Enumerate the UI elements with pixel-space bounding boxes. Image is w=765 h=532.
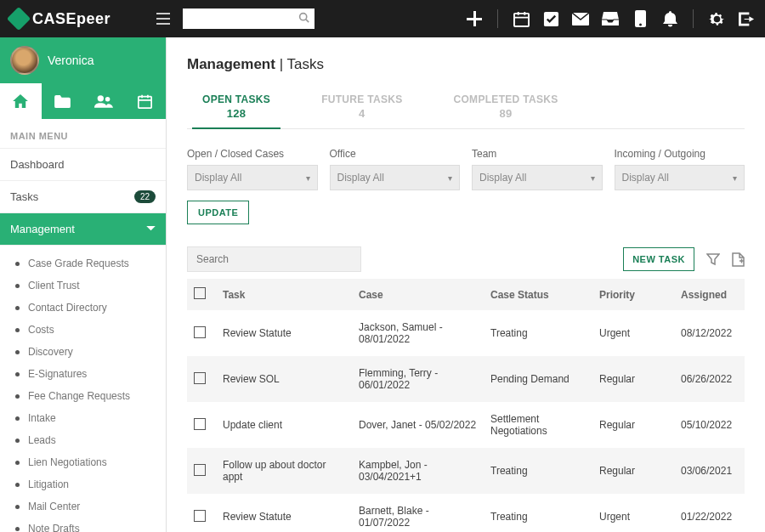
bullet-icon: [15, 439, 20, 443]
row-checkbox[interactable]: [194, 464, 206, 476]
logout-icon[interactable]: [738, 10, 755, 27]
gear-icon[interactable]: [708, 10, 725, 27]
avatar: [10, 46, 39, 75]
col-status[interactable]: Case Status: [484, 279, 592, 310]
table-row[interactable]: Follow up about doctor apptKampbel, Jon …: [187, 448, 745, 494]
sub-item[interactable]: Litigation: [0, 473, 166, 495]
tasks-table: Task Case Case Status Priority Assigned …: [187, 279, 745, 532]
sub-item[interactable]: Case Grade Requests: [0, 252, 166, 274]
sub-item[interactable]: Intake: [0, 407, 166, 429]
chevron-down-icon: [146, 226, 156, 232]
col-case[interactable]: Case: [352, 279, 484, 310]
sub-item-label: Client Trust: [28, 280, 80, 291]
svg-point-7: [105, 97, 110, 102]
select-all-checkbox[interactable]: [194, 287, 206, 299]
inbox-icon[interactable]: [602, 10, 619, 27]
cell-case: Jackson, Samuel - 08/01/2022: [352, 310, 484, 356]
sub-item[interactable]: Leads: [0, 429, 166, 451]
sub-item-label: Fee Change Requests: [28, 390, 130, 402]
mobile-icon[interactable]: [632, 10, 649, 27]
row-checkbox[interactable]: [194, 372, 206, 384]
logo-icon: [7, 7, 31, 31]
folder-icon[interactable]: [42, 83, 83, 119]
chevron-down-icon: ▾: [448, 173, 452, 183]
cell-case: Kampbel, Jon - 03/04/2021+1: [352, 448, 484, 494]
sub-item[interactable]: Note Drafts: [0, 518, 166, 532]
sub-item-label: Costs: [28, 324, 54, 336]
cell-priority: Regular: [592, 448, 674, 494]
add-icon[interactable]: [466, 10, 483, 27]
table-row[interactable]: Update clientDover, Janet - 05/02/2022Se…: [187, 402, 745, 448]
chevron-down-icon: ▾: [733, 173, 737, 183]
tab-open-tasks[interactable]: OPEN TASKS128: [202, 93, 270, 128]
cell-priority: Urgent: [592, 494, 674, 532]
filter-select[interactable]: Display All▾: [615, 165, 745, 190]
cell-case: Flemming, Terry - 06/01/2022: [352, 356, 484, 402]
filter-select[interactable]: Display All▾: [330, 165, 461, 190]
mail-icon[interactable]: [572, 10, 589, 27]
filter-label: Incoming / Outgoing: [615, 148, 745, 160]
update-button[interactable]: UPDATE: [187, 201, 249, 224]
global-search-input[interactable]: [183, 8, 314, 29]
filter-label: Office: [330, 148, 461, 160]
sub-item[interactable]: Discovery: [0, 341, 166, 363]
menu-header: MAIN MENU: [0, 119, 166, 148]
sidebar-item-label: Tasks: [10, 190, 38, 203]
sub-item[interactable]: Lien Negotiations: [0, 451, 166, 473]
filter-select[interactable]: Display All▾: [472, 165, 603, 190]
table-row[interactable]: Review StatuteBarnett, Blake - 01/07/202…: [187, 494, 745, 532]
bell-icon[interactable]: [661, 10, 678, 27]
sub-item[interactable]: Costs: [0, 319, 166, 341]
brand-logo[interactable]: CASEpeer: [10, 10, 110, 28]
sidebar-item-management[interactable]: Management: [0, 213, 166, 246]
bullet-icon: [15, 350, 20, 354]
row-checkbox[interactable]: [194, 326, 206, 338]
users-icon[interactable]: [83, 83, 125, 119]
row-checkbox[interactable]: [194, 418, 206, 430]
cell-case: Barnett, Blake - 01/07/2022: [352, 494, 484, 532]
filter-icon[interactable]: [706, 252, 720, 266]
cell-assigned: 01/22/2022: [674, 494, 745, 532]
new-task-button[interactable]: NEW TASK: [623, 247, 694, 271]
calendar-side-icon[interactable]: [124, 83, 166, 119]
sub-item-label: Note Drafts: [28, 523, 80, 532]
sidebar-item-tasks[interactable]: Tasks22: [0, 181, 166, 213]
filter: TeamDisplay All▾: [472, 148, 603, 190]
sidebar: Veronica MAIN MENU DashboardTasks22Manag…: [0, 37, 167, 532]
task-tabs: OPEN TASKS128FUTURE TASKS4COMPLETED TASK…: [187, 93, 745, 129]
col-assigned[interactable]: Assigned: [674, 279, 745, 310]
task-search-input[interactable]: [196, 253, 352, 265]
bullet-icon: [15, 306, 20, 310]
check-icon[interactable]: [542, 10, 559, 27]
table-row[interactable]: Review StatuteJackson, Samuel - 08/01/20…: [187, 310, 745, 356]
chevron-down-icon: ▾: [591, 173, 595, 183]
filter-select[interactable]: Display All▾: [187, 165, 318, 190]
sidebar-item-dashboard[interactable]: Dashboard: [0, 148, 166, 181]
col-task[interactable]: Task: [216, 279, 352, 310]
user-block[interactable]: Veronica: [0, 37, 166, 83]
cell-case: Dover, Janet - 05/02/2022: [352, 402, 484, 448]
sub-item[interactable]: Contact Directory: [0, 297, 166, 319]
global-search[interactable]: [183, 8, 314, 29]
task-search[interactable]: [187, 246, 361, 272]
tab-completed-tasks[interactable]: COMPLETED TASKS89: [454, 93, 558, 128]
sub-item[interactable]: Client Trust: [0, 274, 166, 297]
bullet-icon: [15, 394, 20, 399]
tab-future-tasks[interactable]: FUTURE TASKS4: [321, 93, 402, 128]
hamburger-icon[interactable]: [156, 13, 170, 25]
table-row[interactable]: Review SOLFlemming, Terry - 06/01/2022Pe…: [187, 356, 745, 402]
brand-name: CASEpeer: [32, 10, 110, 28]
cell-task: Review Statute: [216, 310, 352, 356]
sub-item-label: Litigation: [28, 478, 69, 490]
bullet-icon: [15, 416, 20, 421]
filter-row: Open / Closed CasesDisplay All▾OfficeDis…: [187, 148, 745, 190]
export-icon[interactable]: [732, 252, 745, 267]
cell-status: Settlement Negotiations: [484, 402, 592, 448]
sub-item[interactable]: Mail Center: [0, 495, 166, 518]
calendar-icon[interactable]: [513, 10, 530, 27]
sub-item[interactable]: E-Signatures: [0, 363, 166, 385]
sub-item[interactable]: Fee Change Requests: [0, 385, 166, 407]
row-checkbox[interactable]: [194, 510, 206, 522]
home-icon[interactable]: [0, 83, 42, 119]
col-priority[interactable]: Priority: [592, 279, 674, 310]
